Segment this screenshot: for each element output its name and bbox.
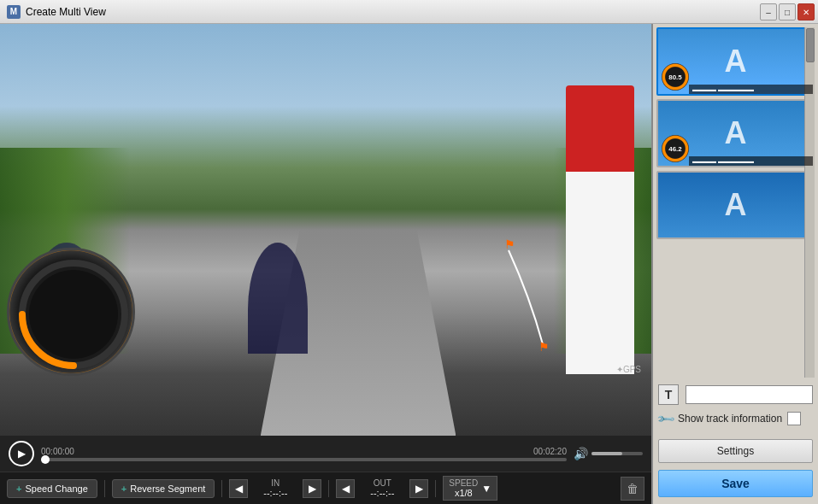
right-controls: T 🔧 Show track information ✓ Settings Sa… — [656, 381, 815, 501]
window-title: Create Multi View — [26, 6, 106, 18]
wrench-icon: 🔧 — [656, 408, 675, 428]
time-end: 00:02:20 — [533, 447, 567, 456]
speed-dropdown-icon: ▼ — [481, 483, 491, 495]
delete-icon: 🗑 — [627, 482, 639, 495]
volume-area: 🔊 — [574, 447, 643, 460]
in-segment-control: ◀ IN --:--:-- ▶ — [229, 478, 321, 498]
thumb-letter-2: A — [725, 115, 747, 151]
thumb-stats-1: ▬▬▬▬ ▬▬▬▬▬▬ — [689, 85, 813, 94]
thumbnail-item-1[interactable]: A 80.5 ▬▬▬▬ ▬▬▬▬▬▬ — [656, 27, 815, 96]
flag-marker-end: ⚑ — [538, 340, 550, 354]
out-label-area: OUT --:--:-- — [356, 478, 408, 498]
speed-gauge: Speed 36.6 km/h — [7, 248, 144, 384]
in-label-area: IN --:--:-- — [250, 478, 301, 498]
maximize-button[interactable]: □ — [779, 3, 796, 21]
speed-label-area: SPEED x1/8 — [449, 478, 478, 498]
video-background: ⚑ ⚑ ✦ GPS — [0, 24, 651, 436]
save-button[interactable]: Save — [658, 470, 813, 497]
thumbnail-item-2[interactable]: A 46.2 ▬▬▬▬ ▬▬▬▬▬▬ — [656, 99, 815, 167]
thumb-letter-3: A — [725, 187, 747, 223]
text-input[interactable] — [686, 385, 813, 404]
progress-dot — [41, 455, 50, 464]
text-tool-row: T — [658, 384, 813, 405]
text-icon-button[interactable]: T — [658, 384, 679, 405]
timeline-row: ▶ 00:00:00 00:02:20 🔊 — [9, 441, 643, 466]
window-controls: – □ ✕ — [760, 3, 815, 21]
track-info-row: 🔧 Show track information ✓ — [658, 412, 813, 425]
bus-visual — [566, 85, 634, 373]
time-start: 00:00:00 — [41, 447, 74, 456]
gps-label: ✦ GPS — [616, 365, 641, 374]
main-layout: ⚑ ⚑ ✦ GPS — [0, 24, 818, 504]
volume-fill — [591, 452, 622, 455]
thumbnail-list: A 80.5 ▬▬▬▬ ▬▬▬▬▬▬ A 46.2 — [656, 27, 815, 378]
right-panel: A 80.5 ▬▬▬▬ ▬▬▬▬▬▬ A 46.2 — [651, 24, 818, 504]
left-panel: ⚑ ⚑ ✦ GPS — [0, 24, 651, 504]
thumb-stats-2: ▬▬▬▬ ▬▬▬▬▬▬ — [689, 156, 813, 166]
close-button[interactable]: ✕ — [797, 3, 815, 21]
volume-icon[interactable]: 🔊 — [574, 447, 588, 460]
flag-marker-start: ⚑ — [504, 237, 515, 251]
in-prev-button[interactable]: ◀ — [229, 479, 248, 498]
video-container: ⚑ ⚑ ✦ GPS — [0, 24, 651, 436]
gauge-arc — [9, 250, 138, 378]
progress-bar[interactable] — [41, 458, 567, 461]
in-next-button[interactable]: ▶ — [303, 479, 321, 498]
thumbnail-item-3[interactable]: A — [656, 171, 815, 239]
reverse-segment-button[interactable]: + Reverse Segment — [112, 479, 215, 498]
progress-area: 00:00:00 00:02:20 — [41, 447, 567, 461]
out-segment-control: ◀ OUT --:--:-- ▶ — [336, 478, 428, 498]
time-labels: 00:00:00 00:02:20 — [41, 447, 567, 456]
checkbox-check: ✓ — [790, 413, 798, 425]
scroll-thumb — [806, 28, 815, 62]
app-icon: M — [7, 5, 21, 19]
delete-button[interactable]: 🗑 — [621, 477, 644, 501]
track-info-checkbox[interactable]: ✓ — [787, 412, 801, 425]
speed-change-button[interactable]: + Speed Change — [7, 479, 97, 498]
settings-button[interactable]: Settings — [658, 439, 813, 463]
out-next-button[interactable]: ▶ — [409, 479, 428, 498]
play-button[interactable]: ▶ — [9, 441, 34, 466]
bottom-toolbar: + Speed Change + Reverse Segment ◀ IN --… — [0, 472, 651, 504]
out-prev-button[interactable]: ◀ — [336, 479, 355, 498]
minimize-button[interactable]: – — [760, 3, 777, 21]
toolbar-separator-1 — [104, 480, 105, 497]
toolbar-separator-2 — [221, 480, 222, 497]
titlebar: M Create Multi View – □ ✕ — [0, 0, 818, 24]
thumbnail-scrollbar[interactable] — [804, 27, 815, 378]
toolbar-separator-4 — [435, 480, 436, 497]
volume-slider[interactable] — [591, 452, 643, 455]
toolbar-separator-3 — [328, 480, 329, 497]
svg-point-1 — [29, 270, 118, 359]
speed-selector[interactable]: SPEED x1/8 ▼ — [443, 476, 497, 501]
player-controls: ▶ 00:00:00 00:02:20 🔊 — [0, 436, 651, 472]
thumb-gauge-1: 80.5 — [662, 63, 689, 91]
thumb-gauge-2: 46.2 — [662, 135, 689, 162]
track-info-label: Show track information — [678, 413, 782, 425]
thumb-letter-1: A — [725, 44, 747, 79]
